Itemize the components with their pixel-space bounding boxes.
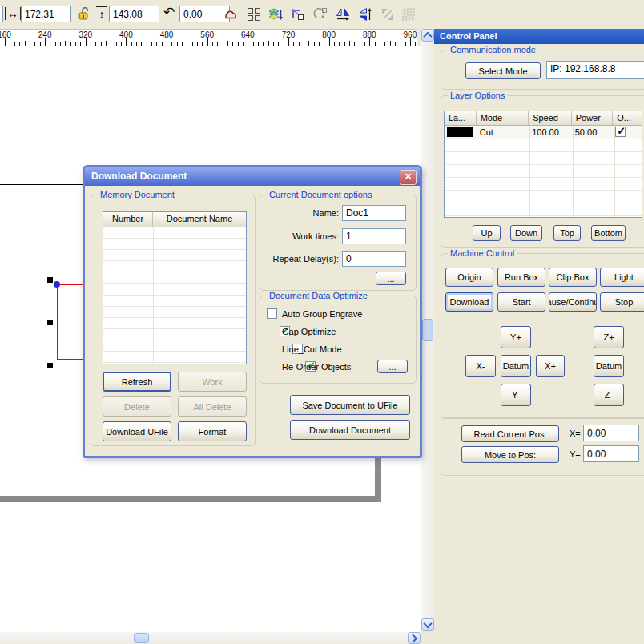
jog-y-plus-button[interactable]: Y+	[501, 326, 531, 348]
select-mode-button[interactable]: Select Mode	[465, 62, 541, 79]
move-to-pos-button[interactable]: Move to Pos:	[461, 446, 559, 463]
download-button[interactable]: Download	[445, 292, 493, 312]
layer-col-header: Mode	[477, 111, 529, 125]
clip-box-button[interactable]: Clip Box	[549, 268, 597, 287]
node-edit-icon[interactable]	[290, 6, 306, 22]
jog-xy-datum-button[interactable]: Datum	[501, 355, 531, 377]
jog-z-plus-button[interactable]: Z+	[594, 326, 624, 348]
memory-row-empty	[103, 284, 246, 295]
start-node-dot[interactable]	[54, 281, 60, 288]
start-button[interactable]: Start	[497, 292, 545, 312]
layer-row[interactable]: Cut 100.00 50.00	[445, 126, 642, 139]
layer-options-group: Layer Options La... Mode Speed Power O..…	[441, 95, 644, 248]
vertical-scrollbar[interactable]	[421, 29, 434, 631]
layer-up-button[interactable]: Up	[473, 225, 501, 241]
jog-z-datum-button[interactable]: Datum	[594, 355, 624, 377]
layer-down-button[interactable]: Down	[510, 225, 542, 241]
refresh-button[interactable]: Refresh	[103, 372, 171, 392]
read-current-pos-button[interactable]: Read Current Pos:	[461, 425, 559, 442]
mirror-horizontal-icon[interactable]	[335, 6, 351, 22]
selection-handle[interactable]	[47, 363, 53, 368]
jog-x-plus-button[interactable]: X+	[536, 355, 565, 377]
ip-address-box: IP: 192.168.8.8	[546, 61, 644, 79]
horizontal-scroll-thumb[interactable]	[134, 633, 149, 643]
rotate-shape-icon[interactable]	[312, 6, 328, 22]
top-ruler: 160240320400480560640720800880960	[0, 29, 417, 47]
ruler-tick	[329, 38, 330, 46]
scroll-up-button[interactable]	[421, 29, 434, 42]
layer-col-header: Speed	[529, 111, 572, 125]
ruler-tick	[390, 41, 391, 46]
memory-table[interactable]: Number Document Name	[103, 211, 247, 364]
optimize-more-button[interactable]: ...	[377, 360, 408, 373]
vertical-size-icon: ↕	[96, 6, 107, 22]
memory-row-empty	[103, 340, 246, 352]
close-icon[interactable]: ✕	[400, 170, 417, 185]
layer-power-cell[interactable]: 50.00	[572, 127, 614, 137]
communication-mode-group: Communication mode Select Mode IP: 192.1…	[441, 50, 644, 90]
selection-handle[interactable]	[47, 320, 53, 325]
repeat-delay-input[interactable]	[342, 251, 406, 267]
scroll-right-button[interactable]	[408, 632, 421, 644]
jog-x-minus-button[interactable]: X-	[465, 355, 496, 377]
current-document-options-label: Current Document options	[267, 190, 374, 200]
all-delete-button[interactable]: All Delete	[178, 396, 247, 417]
work-button[interactable]: Work	[178, 372, 247, 392]
stop-button[interactable]: Stop	[600, 292, 644, 312]
delete-button[interactable]: Delete	[103, 396, 171, 417]
jog-y-minus-button[interactable]: Y-	[501, 384, 531, 406]
ruler-tick	[65, 41, 66, 46]
line-cut-mode-label: Line_Cut Mode	[282, 344, 342, 354]
name-input[interactable]	[342, 205, 406, 221]
ruler-tick	[167, 38, 167, 46]
dialog-title: Download Document	[91, 171, 187, 182]
chevron-right-icon	[409, 634, 417, 642]
horizontal-scrollbar[interactable]	[0, 632, 421, 644]
group-icon[interactable]	[246, 6, 262, 22]
work-times-input[interactable]	[342, 228, 406, 244]
layer-order-icon[interactable]	[268, 6, 284, 22]
run-box-button[interactable]: Run Box	[497, 268, 545, 287]
rotate-angle-icon: ↶	[161, 5, 177, 21]
top-toolbar: ↔ ↕ ↶	[0, 0, 644, 29]
x-position-input[interactable]	[583, 425, 639, 441]
clipped-left-input[interactable]	[0, 6, 3, 22]
scroll-down-button[interactable]	[421, 618, 434, 631]
memory-row-empty	[103, 250, 246, 261]
layer-bottom-button[interactable]: Bottom	[591, 225, 626, 241]
y-position-input[interactable]	[583, 445, 639, 462]
format-button[interactable]: Format	[178, 421, 247, 441]
layer-row-empty	[445, 152, 642, 165]
auto-group-engrave-checkbox[interactable]	[267, 308, 277, 319]
dialog-title-bar[interactable]: Download Document ✕	[85, 167, 420, 186]
layer-row-empty	[445, 139, 642, 152]
jog-z-minus-button[interactable]: Z-	[594, 384, 624, 406]
ruler-tick	[5, 38, 6, 46]
options-more-button[interactable]: ...	[376, 272, 406, 285]
weld-icon[interactable]	[223, 6, 239, 22]
current-document-options-group: Current Document options Name: Work time…	[260, 195, 417, 291]
layer-mode-cell[interactable]: Cut	[477, 127, 529, 137]
mirror-vertical-icon[interactable]	[357, 6, 373, 22]
layer-speed-cell[interactable]: 100.00	[529, 127, 572, 137]
download-document-button[interactable]: Download Document	[290, 420, 410, 440]
horizontal-size-icon: ↔	[5, 7, 21, 20]
layer-table[interactable]: La... Mode Speed Power O... Cut 100.00 5…	[444, 111, 642, 218]
pause-continue-button[interactable]: ause/Continu	[549, 292, 597, 312]
width-input[interactable]	[21, 6, 71, 22]
work-times-label: Work times:	[265, 231, 339, 241]
layer-top-button[interactable]: Top	[553, 225, 581, 241]
ruler-tick	[106, 41, 107, 46]
download-ufile-button[interactable]: Download UFile	[103, 421, 171, 441]
memory-table-body	[103, 227, 246, 364]
layer-color-swatch[interactable]	[447, 127, 473, 137]
height-input[interactable]	[109, 6, 159, 22]
lock-open-icon[interactable]	[76, 6, 92, 22]
selection-handle[interactable]	[47, 277, 53, 283]
save-document-to-ufile-button[interactable]: Save Document to UFile	[290, 395, 410, 415]
vertical-scroll-thumb[interactable]	[422, 319, 433, 341]
light-button[interactable]: Light	[600, 268, 644, 287]
origin-button[interactable]: Origin	[445, 268, 493, 287]
layer-row-empty	[445, 191, 642, 203]
layer-output-checkbox[interactable]	[615, 127, 626, 137]
